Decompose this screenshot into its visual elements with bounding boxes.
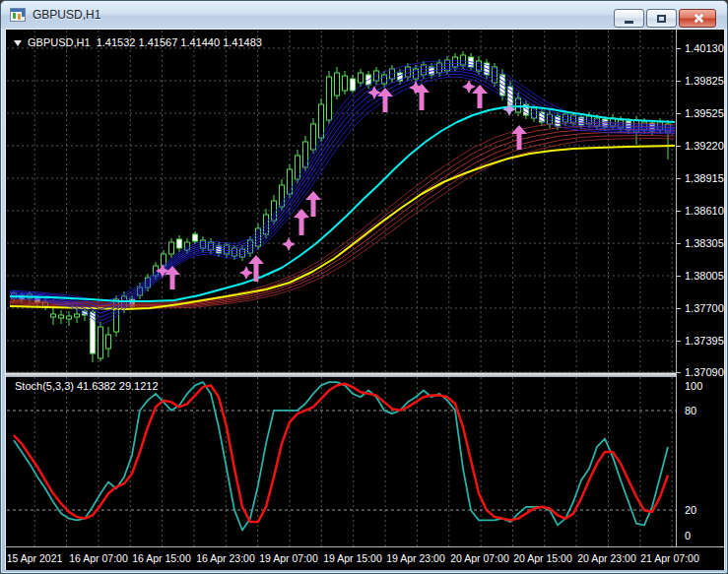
price-axis-label: 1.37395 (685, 335, 724, 347)
blue-ma-ribbon (10, 61, 675, 325)
price-axis[interactable]: 1.401301.398251.395251.392201.389151.386… (677, 30, 724, 546)
time-axis-label: 16 Apr 23:00 (196, 552, 255, 564)
price-axis-label: 1.39825 (685, 75, 724, 87)
red-ma-ribbon (10, 123, 675, 309)
stoch-axis-label: 100 (685, 380, 702, 392)
price-tick (677, 211, 681, 212)
maximize-button[interactable] (646, 9, 677, 28)
price-axis-label: 1.38305 (685, 237, 724, 249)
chevron-down-icon[interactable] (14, 40, 22, 46)
window-controls (612, 9, 716, 28)
price-axis-label: 1.37700 (685, 302, 724, 314)
price-axis-label: 1.40130 (685, 42, 724, 54)
candles-layer (12, 51, 671, 362)
chart-client-area: GBPUSD,H1 1.41532 1.41567 1.41440 1.4148… (5, 29, 725, 570)
time-axis-label: 19 Apr 23:00 (386, 552, 445, 564)
time-axis-label: 21 Apr 07:00 (640, 552, 699, 564)
close-button[interactable] (679, 9, 716, 28)
time-axis-label: 15 Apr 2021 (7, 552, 63, 564)
stoch-grid (7, 377, 676, 546)
stoch-main-line (14, 384, 668, 522)
stoch-axis-label: 80 (685, 405, 696, 416)
maximize-icon (657, 15, 666, 23)
stoch-signal-line (14, 382, 668, 530)
yellow-ma (10, 146, 675, 309)
minimize-icon (625, 21, 633, 24)
chart-window: GBPUSD,H1 GBPUSD,H1 1.41532 1.41567 1.41… (0, 0, 728, 574)
price-axis-label: 1.37090 (685, 366, 724, 378)
time-axis-label: 19 Apr 07:00 (259, 552, 318, 564)
stoch-axis-label: 20 (685, 504, 696, 516)
stoch-axis-label: 0 (685, 530, 691, 542)
price-axis-label: 1.38610 (685, 205, 724, 217)
chart-icon (10, 8, 26, 22)
price-tick (677, 81, 681, 82)
symbol-ohlc-text: GBPUSD,H1 1.41532 1.41567 1.41440 1.4148… (28, 36, 262, 48)
time-axis-label: 20 Apr 23:00 (577, 552, 636, 564)
price-tick (677, 48, 681, 49)
up-arrow-icon (294, 209, 309, 235)
price-tick (677, 308, 681, 309)
time-axis-label: 20 Apr 15:00 (513, 552, 572, 564)
price-tick (677, 113, 681, 114)
price-tick (677, 146, 681, 147)
window-title: GBPUSD,H1 (33, 8, 100, 22)
star-icon (282, 237, 296, 251)
stochastic-label: Stoch(5,3,3) 41.6382 29.1212 (15, 380, 159, 392)
price-tick (677, 243, 681, 244)
stochastic-panel[interactable] (7, 377, 676, 546)
time-axis-label: 16 Apr 07:00 (69, 552, 128, 564)
symbol-ohlc-label: GBPUSD,H1 1.41532 1.41567 1.41440 1.4148… (14, 36, 262, 48)
main-price-chart[interactable] (7, 31, 676, 373)
price-axis-label: 1.39525 (685, 107, 724, 119)
time-axis-label: 19 Apr 15:00 (323, 552, 382, 564)
time-axis-label: 20 Apr 07:00 (450, 552, 509, 564)
price-tick (677, 341, 681, 342)
up-arrow-icon (377, 88, 393, 112)
star-icon (239, 266, 253, 280)
titlebar[interactable]: GBPUSD,H1 (1, 1, 727, 29)
up-arrow-icon (472, 85, 488, 108)
time-axis[interactable]: 15 Apr 202116 Apr 07:0016 Apr 15:0016 Ap… (6, 547, 724, 570)
close-icon (693, 13, 703, 24)
minimize-button[interactable] (614, 9, 644, 28)
star-icon (367, 86, 381, 99)
price-tick (677, 372, 681, 373)
price-tick (677, 178, 681, 179)
up-arrow-icon (305, 191, 321, 217)
price-axis-label: 1.38005 (685, 270, 724, 282)
price-tick (677, 276, 681, 277)
price-axis-label: 1.38915 (685, 172, 724, 184)
price-axis-label: 1.39220 (685, 140, 724, 152)
time-axis-label: 16 Apr 15:00 (132, 552, 191, 564)
